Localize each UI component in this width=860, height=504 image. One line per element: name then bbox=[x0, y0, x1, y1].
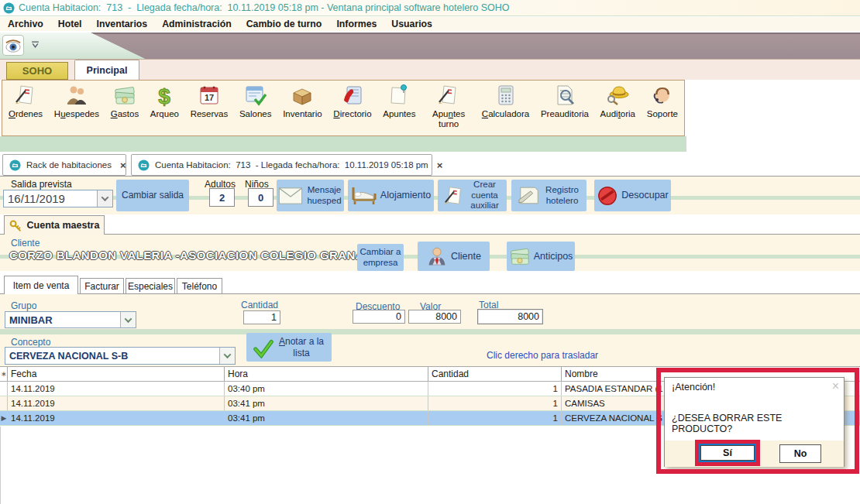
ribbon-button-directorio[interactable]: Directorio bbox=[333, 84, 371, 135]
dialog-title: ¡Atención! bbox=[672, 382, 715, 393]
menu-item-hotel[interactable]: Hotel bbox=[58, 19, 82, 29]
directory-phone-icon bbox=[341, 84, 364, 107]
menu-item-usuarios[interactable]: Usuarios bbox=[391, 19, 432, 29]
key-icon bbox=[9, 219, 22, 232]
ribbon-button-apuntes[interactable]: Apuntes bbox=[383, 84, 415, 135]
salida-prevista-select[interactable]: 16/11/2019 bbox=[3, 190, 113, 207]
ribbon-button-salones[interactable]: Salones bbox=[239, 84, 272, 135]
ribbon-button-calculadora[interactable]: Calculadora bbox=[482, 84, 529, 135]
grupo-value: MINIBAR bbox=[5, 314, 120, 326]
client-name: CORZO BLANDON VALERIA -ASOCIACION COLEGI… bbox=[9, 249, 394, 262]
right-click-hint: Clic derecho para trasladar bbox=[487, 350, 598, 361]
concepto-value: CERVEZA NACIONAL S-B bbox=[5, 351, 219, 362]
master-account-row bbox=[0, 214, 860, 235]
green-separator-band bbox=[0, 136, 686, 152]
inventory-box-icon bbox=[291, 84, 314, 107]
anotar-label: Anotar a la lista bbox=[277, 336, 325, 358]
cliente-button[interactable]: Cliente bbox=[418, 242, 490, 271]
ninos-value-box[interactable]: 0 bbox=[248, 188, 273, 207]
salida-prevista-value: 16/11/2019 bbox=[4, 192, 97, 205]
ribbon-button-auditoria[interactable]: Auditoria bbox=[600, 84, 635, 135]
valor-input[interactable]: 8000 bbox=[408, 310, 461, 324]
halls-window-check-icon bbox=[244, 84, 267, 107]
ribbon-button-soporte[interactable]: Soporte bbox=[647, 84, 678, 135]
tab-principal[interactable]: Principal bbox=[74, 60, 139, 80]
menu-item-informes[interactable]: Informes bbox=[336, 19, 377, 29]
ribbon-button-gastos[interactable]: Gastos bbox=[111, 84, 139, 135]
descuento-input[interactable]: 0 bbox=[353, 310, 405, 324]
orders-note-icon bbox=[14, 84, 37, 107]
menu-bar: Archivo Hotel Inventarios Administración… bbox=[0, 17, 860, 31]
bed-icon bbox=[351, 186, 377, 206]
yes-button[interactable]: Sí bbox=[699, 444, 756, 462]
ribbon-button-reservas[interactable]: 17 Reservas bbox=[191, 84, 229, 135]
toolbar-dropdown-chevron[interactable] bbox=[29, 39, 40, 50]
ribbon-button-preauditoria[interactable]: Preauditoria bbox=[541, 84, 589, 135]
no-button[interactable]: No bbox=[779, 444, 821, 463]
dialog-message: ¿DESEA BORRAR ESTE PRODUCTO? bbox=[672, 413, 844, 434]
calculator-icon bbox=[494, 84, 518, 107]
crear-cuenta-auxiliar-label: Crear cuenta auxiliar bbox=[468, 180, 502, 211]
concepto-select[interactable]: CERVEZA NACIONAL S-B bbox=[5, 347, 236, 365]
alojamiento-label: Alojamiento bbox=[380, 190, 431, 201]
svg-text:17: 17 bbox=[205, 93, 214, 102]
ribbon-button-arqueo[interactable]: $ Arqueo bbox=[150, 84, 179, 135]
menu-item-inventarios[interactable]: Inventarios bbox=[97, 19, 148, 29]
desocupar-button[interactable]: Desocupar bbox=[594, 180, 671, 211]
tab-especiales[interactable]: Especiales bbox=[126, 278, 175, 294]
ribbon-button-huespedes[interactable]: Huespedes bbox=[54, 84, 99, 135]
ribbon-button-ordenes[interactable]: Ordenes bbox=[9, 84, 43, 135]
no-entry-icon bbox=[597, 185, 618, 207]
cantidad-input[interactable]: 1 bbox=[243, 310, 280, 324]
person-icon bbox=[426, 245, 448, 267]
registro-hotelero-button[interactable]: Registro hotelero bbox=[511, 180, 587, 211]
grupo-label: Grupo bbox=[11, 300, 36, 311]
cambiar-a-empresa-button[interactable]: Cambiar a empresa bbox=[357, 244, 404, 271]
tab-item-de-venta[interactable]: Item de venta bbox=[4, 276, 78, 294]
anotar-a-la-lista-button[interactable]: Anotar a la lista bbox=[246, 333, 332, 362]
envelope-icon bbox=[278, 187, 303, 204]
anticipos-button[interactable]: Anticipos bbox=[507, 242, 575, 271]
col-header-cantidad[interactable]: Cantidad bbox=[428, 367, 562, 381]
chevron-down-icon bbox=[101, 194, 109, 201]
alojamiento-button[interactable]: Alojamiento bbox=[348, 180, 434, 211]
adultos-value-box[interactable]: 2 bbox=[209, 188, 235, 207]
registro-hotelero-label: Registro hotelero bbox=[544, 185, 581, 207]
ribbon-toolbar: Ordenes Huespedes Gastos $ Arqueo 17 Res… bbox=[2, 80, 685, 136]
menu-item-cambio-de-turno[interactable]: Cambio de turno bbox=[246, 19, 322, 29]
eye-toolbar-button[interactable] bbox=[2, 35, 24, 56]
mensaje-huesped-button[interactable]: Mensaje huesped bbox=[277, 180, 344, 211]
menu-item-administracion[interactable]: Administración bbox=[162, 19, 232, 29]
col-header-hora[interactable]: Hora bbox=[225, 367, 428, 381]
room-doc-icon bbox=[9, 159, 21, 171]
ribbon-button-inventario[interactable]: Inventario bbox=[283, 84, 322, 135]
tab-soho[interactable]: SOHO bbox=[6, 62, 68, 80]
doc-tab-rack-habitaciones[interactable]: Rack de habitaciones × bbox=[2, 154, 126, 176]
close-tab-icon[interactable]: × bbox=[437, 159, 443, 171]
close-tab-icon[interactable]: × bbox=[120, 159, 126, 171]
col-header-fecha[interactable]: Fecha bbox=[8, 367, 225, 381]
close-icon[interactable]: × bbox=[832, 379, 839, 393]
chevron-down-icon bbox=[125, 315, 132, 323]
tab-telefono[interactable]: Teléfono bbox=[177, 278, 222, 294]
salida-prevista-label: Salida prevista bbox=[11, 179, 72, 190]
preaudit-magnifier-icon bbox=[553, 84, 576, 107]
dropdown-button[interactable] bbox=[97, 190, 112, 207]
dropdown-button[interactable] bbox=[219, 348, 235, 364]
crear-cuenta-auxiliar-button[interactable]: Crear cuenta auxiliar bbox=[438, 180, 507, 211]
cash-count-dollar-icon: $ bbox=[153, 84, 176, 107]
grupo-select[interactable]: MINIBAR bbox=[5, 311, 136, 328]
marker-header-cell: ∗ bbox=[0, 367, 8, 381]
title-bar: Cuenta Habitacion: 713 - Llegada fecha/h… bbox=[0, 0, 860, 16]
ribbon-button-apuntes-turno[interactable]: Apuntes turno bbox=[427, 84, 470, 135]
dropdown-button[interactable] bbox=[120, 312, 136, 327]
tab-facturar[interactable]: Facturar bbox=[80, 278, 124, 294]
doc-tab-label: Rack de habitaciones bbox=[26, 160, 112, 170]
cambiar-salida-button[interactable]: Cambiar salida bbox=[116, 180, 189, 211]
menu-item-archivo[interactable]: Archivo bbox=[8, 19, 43, 29]
tab-cuenta-maestra[interactable]: Cuenta maestra bbox=[4, 215, 105, 235]
reservations-calendar-icon: 17 bbox=[198, 84, 221, 107]
svg-text:$: $ bbox=[159, 84, 171, 107]
concepto-label: Concepto bbox=[11, 337, 50, 348]
doc-tab-cuenta-habitacion[interactable]: Cuenta Habitacion: 713 - Llegada fecha/h… bbox=[131, 154, 432, 176]
